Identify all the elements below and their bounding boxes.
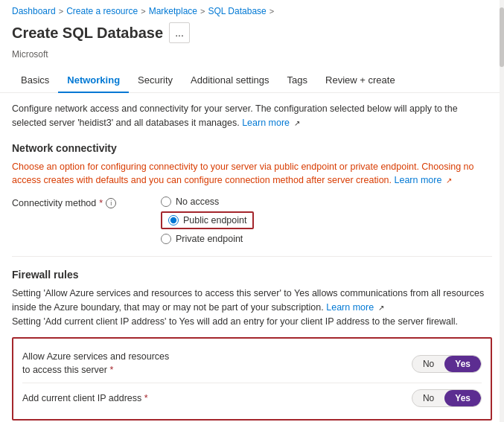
firewall-learn-more-link[interactable]: Learn more bbox=[326, 302, 374, 313]
networking-description: Configure network access and connectivit… bbox=[12, 102, 492, 130]
radio-public-endpoint-input[interactable] bbox=[168, 215, 179, 226]
add-client-ip-required-star: * bbox=[144, 393, 148, 403]
breadcrumb-dashboard[interactable]: Dashboard bbox=[12, 6, 56, 16]
radio-private-endpoint-label: Private endpoint bbox=[176, 234, 243, 244]
add-client-ip-row: Add current client IP address * No Yes bbox=[22, 383, 482, 413]
ext-link-3: ↗ bbox=[378, 302, 384, 313]
add-client-ip-toggle: No Yes bbox=[412, 389, 482, 407]
ellipsis-button[interactable]: ... bbox=[169, 22, 190, 43]
breadcrumb-sql-database[interactable]: SQL Database bbox=[208, 6, 266, 16]
breadcrumb-sep-2: > bbox=[141, 7, 145, 16]
public-endpoint-box: Public endpoint bbox=[161, 211, 254, 229]
radio-private-endpoint-input[interactable] bbox=[161, 234, 171, 244]
scrollbar-thumb[interactable] bbox=[500, 7, 504, 67]
network-connectivity-title: Network connectivity bbox=[12, 142, 492, 154]
add-client-ip-label: Add current client IP address * bbox=[22, 392, 148, 406]
ext-link-2: ↗ bbox=[446, 175, 452, 186]
radio-no-access-label: No access bbox=[176, 196, 219, 207]
allow-azure-yes-btn[interactable]: Yes bbox=[444, 356, 481, 372]
connectivity-method-label: Connectivity method * i bbox=[12, 196, 161, 208]
scrollbar-track bbox=[500, 0, 504, 422]
breadcrumb: Dashboard > Create a resource > Marketpl… bbox=[0, 0, 504, 19]
connectivity-radio-group: No access Public endpoint Private endpoi… bbox=[161, 196, 254, 244]
allow-azure-services-label: Allow Azure services and resources to ac… bbox=[22, 351, 171, 377]
connectivity-required-star: * bbox=[99, 198, 103, 208]
radio-no-access-input[interactable] bbox=[161, 196, 171, 207]
breadcrumb-marketplace[interactable]: Marketplace bbox=[149, 6, 197, 16]
tabs-bar: Basics Networking Security Additional se… bbox=[0, 68, 504, 93]
firewall-rules-box: Allow Azure services and resources to ac… bbox=[12, 337, 492, 421]
networking-learn-more-link[interactable]: Learn more bbox=[242, 118, 290, 128]
breadcrumb-sep-1: > bbox=[59, 7, 63, 16]
allow-azure-no-btn[interactable]: No bbox=[412, 356, 444, 372]
radio-public-endpoint[interactable]: Public endpoint bbox=[168, 215, 246, 226]
allow-azure-services-row: Allow Azure services and resources to ac… bbox=[22, 345, 482, 383]
connectivity-info-icon[interactable]: i bbox=[106, 198, 116, 208]
firewall-description: Setting 'Allow Azure services and resour… bbox=[12, 287, 492, 328]
add-client-ip-yes-btn[interactable]: Yes bbox=[444, 390, 481, 406]
radio-private-endpoint[interactable]: Private endpoint bbox=[161, 234, 254, 244]
tab-tags[interactable]: Tags bbox=[278, 68, 316, 93]
radio-public-endpoint-label: Public endpoint bbox=[183, 215, 246, 226]
breadcrumb-sep-4: > bbox=[269, 7, 274, 16]
content-area: Configure network access and connectivit… bbox=[0, 93, 504, 422]
network-connectivity-warning: Choose an option for configuring connect… bbox=[12, 160, 492, 188]
breadcrumb-create-resource[interactable]: Create a resource bbox=[66, 6, 138, 16]
firewall-rules-title: Firewall rules bbox=[12, 269, 492, 281]
tab-review-create[interactable]: Review + create bbox=[316, 68, 404, 93]
allow-azure-toggle: No Yes bbox=[412, 355, 482, 373]
section-divider bbox=[12, 256, 492, 257]
page-header: Create SQL Database ... bbox=[0, 19, 504, 49]
tab-additional-settings[interactable]: Additional settings bbox=[182, 68, 278, 93]
firewall-rules-section: Firewall rules Setting 'Allow Azure serv… bbox=[12, 269, 492, 421]
ext-link-1: ↗ bbox=[294, 118, 300, 129]
connectivity-learn-more-link[interactable]: Learn more bbox=[395, 175, 442, 185]
page-title: Create SQL Database bbox=[12, 25, 163, 42]
tab-basics[interactable]: Basics bbox=[12, 68, 58, 93]
breadcrumb-sep-3: > bbox=[200, 7, 205, 16]
tab-security[interactable]: Security bbox=[129, 68, 182, 93]
tab-networking[interactable]: Networking bbox=[58, 68, 129, 93]
page-wrapper: Dashboard > Create a resource > Marketpl… bbox=[0, 0, 504, 422]
connectivity-method-row: Connectivity method * i No access Public… bbox=[12, 196, 492, 244]
radio-no-access[interactable]: No access bbox=[161, 196, 254, 207]
add-client-ip-no-btn[interactable]: No bbox=[412, 390, 444, 406]
page-subtitle: Microsoft bbox=[0, 49, 504, 68]
allow-azure-required-star: * bbox=[109, 365, 113, 375]
